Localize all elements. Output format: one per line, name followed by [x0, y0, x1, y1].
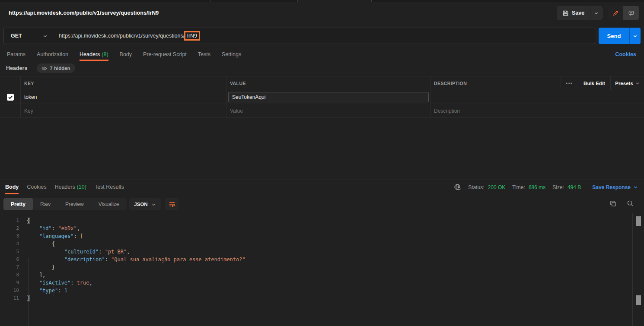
line-content: "languages": [: [19, 232, 83, 240]
line-number: 11: [0, 294, 19, 302]
response-section: Body Cookies Headers (10) Test Results S…: [0, 180, 644, 326]
response-tabs: Body Cookies Headers (10) Test Results: [0, 180, 124, 194]
code-line: 7 }: [0, 263, 632, 271]
tab-tests[interactable]: Tests: [198, 48, 210, 61]
tab-label: Headers: [54, 184, 75, 190]
more-options-icon: •••: [566, 81, 573, 85]
wrap-text-icon: [169, 201, 175, 208]
view-visualize[interactable]: Visualize: [91, 198, 127, 210]
view-mode-segmented-control: Pretty Raw Preview Visualize: [3, 198, 127, 210]
header-value-input[interactable]: SeuTokenAqui: [228, 92, 429, 102]
tab-authorization[interactable]: Authorization: [37, 48, 68, 61]
line-number: 1: [0, 217, 19, 225]
response-tab-body[interactable]: Body: [5, 180, 19, 194]
tab-label: Pre-request Script: [143, 51, 187, 57]
comments-button[interactable]: [623, 6, 639, 20]
line-number: 8: [0, 271, 19, 279]
tab-headers[interactable]: Headers (8): [80, 48, 108, 61]
code-line: 8 ],: [0, 271, 632, 279]
request-title-bar: https://api.movidesk.com/public/v1/surve…: [0, 3, 644, 23]
line-content: "cultureId": "pt-BR",: [19, 248, 130, 256]
header-description-cell[interactable]: [430, 90, 644, 104]
save-icon: [562, 10, 569, 16]
tab-label: Params: [7, 51, 26, 57]
view-raw[interactable]: Raw: [33, 198, 58, 210]
method-value: GET: [11, 33, 22, 39]
response-tab-test-results[interactable]: Test Results: [95, 180, 124, 194]
tab-divider: [210, 0, 211, 2]
code-line: 1{: [0, 217, 632, 225]
line-number: 3: [0, 232, 19, 240]
header-row-token: token SeuTokenAqui: [0, 90, 644, 104]
time-value: 686 ms: [529, 184, 545, 190]
code-line: 5 "cultureId": "pt-BR",: [0, 248, 632, 256]
chevron-down-icon: [151, 202, 156, 207]
response-tab-headers[interactable]: Headers (10): [54, 180, 86, 194]
search-icon[interactable]: [627, 200, 634, 207]
new-value-input[interactable]: Value: [226, 104, 430, 117]
presets-label: Presets: [615, 81, 633, 86]
response-body-editor[interactable]: 1{2 "id": "ebDx",3 "languages": [4 {5 "c…: [0, 213, 632, 326]
documentation-button[interactable]: [608, 6, 623, 20]
save-options-button[interactable]: [590, 6, 602, 20]
view-pretty[interactable]: Pretty: [3, 198, 33, 210]
scrollbar-thumb[interactable]: [636, 216, 641, 226]
headers-title: Headers: [6, 65, 27, 71]
line-number: 10: [0, 287, 19, 294]
format-select[interactable]: JSON: [129, 198, 161, 210]
tab-label: Body: [120, 51, 132, 57]
line-content: }: [19, 263, 55, 271]
scrollbar-mark: [636, 295, 641, 305]
tab-label: Authorization: [37, 51, 68, 57]
column-description: DESCRIPTION: [430, 76, 561, 90]
code-line: 6 "description": "Qual sua avaliação par…: [0, 256, 632, 263]
size-value: 494 B: [567, 184, 581, 190]
header-key-cell[interactable]: token: [20, 90, 226, 104]
send-button[interactable]: Send: [599, 28, 641, 44]
more-options-button[interactable]: •••: [561, 76, 578, 90]
tab-label: Settings: [222, 51, 241, 57]
send-options-button[interactable]: [629, 28, 641, 44]
line-content: {: [19, 217, 30, 225]
save-button[interactable]: Save: [557, 6, 590, 20]
tab-divider: [297, 0, 298, 2]
status-label: Status:: [468, 184, 484, 190]
hidden-headers-toggle[interactable]: 7 hidden: [37, 63, 75, 73]
tab-label: Cookies: [27, 184, 46, 190]
eye-icon: [41, 66, 47, 71]
copy-button[interactable]: [609, 200, 617, 207]
line-number: 6: [0, 256, 19, 263]
view-preview[interactable]: Preview: [58, 198, 91, 210]
row-checkbox[interactable]: [7, 94, 14, 101]
chevron-down-icon: [633, 185, 638, 190]
comment-icon: [628, 10, 634, 16]
line-number: 7: [0, 263, 19, 271]
scrollbar-track[interactable]: [632, 213, 644, 326]
tab-pre-request-script[interactable]: Pre-request Script: [143, 48, 187, 61]
response-tab-cookies[interactable]: Cookies: [27, 180, 46, 194]
code-line: 9 "isActive": true,: [0, 279, 632, 287]
wrap-lines-button[interactable]: [165, 198, 179, 210]
tab-label: Body: [5, 184, 19, 190]
line-number: 4: [0, 240, 19, 248]
line-content: {: [19, 240, 55, 248]
url-input[interactable]: https://api.movidesk.com/public/v1/surve…: [53, 28, 595, 44]
tab-params[interactable]: Params: [7, 48, 26, 61]
cookies-link[interactable]: Cookies: [615, 48, 636, 61]
tab-settings[interactable]: Settings: [222, 48, 241, 61]
url-highlighted-segment: lrN9: [184, 31, 200, 41]
code-line: 4 {: [0, 240, 632, 248]
save-response-button[interactable]: Save Response: [592, 184, 638, 190]
code-line: 10 "type": 1: [0, 287, 632, 294]
line-content: ],: [19, 271, 45, 279]
tab-label: Test Results: [95, 184, 124, 190]
method-select[interactable]: GET: [3, 28, 53, 44]
bulk-edit-button[interactable]: Bulk Edit: [578, 76, 610, 90]
time-label: Time:: [512, 184, 525, 190]
new-description-input[interactable]: Description: [430, 104, 644, 117]
new-key-input[interactable]: Key: [20, 104, 226, 117]
divider: [603, 8, 603, 18]
presets-button[interactable]: Presets: [610, 76, 644, 90]
line-number: 5: [0, 248, 19, 256]
tab-body[interactable]: Body: [120, 48, 132, 61]
